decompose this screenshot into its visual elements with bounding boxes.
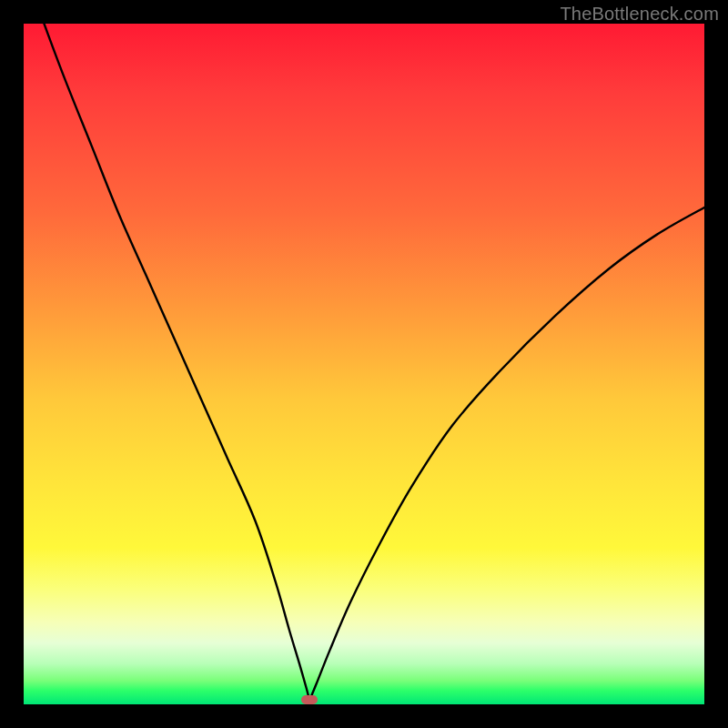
curve-left-branch [44, 24, 309, 701]
curve-right-branch [309, 207, 704, 701]
outer-frame: TheBottleneck.com [0, 0, 728, 728]
plot-area [24, 24, 704, 704]
minimum-marker [301, 695, 318, 704]
attribution-text: TheBottleneck.com [560, 4, 719, 25]
bottleneck-curve [24, 24, 704, 704]
